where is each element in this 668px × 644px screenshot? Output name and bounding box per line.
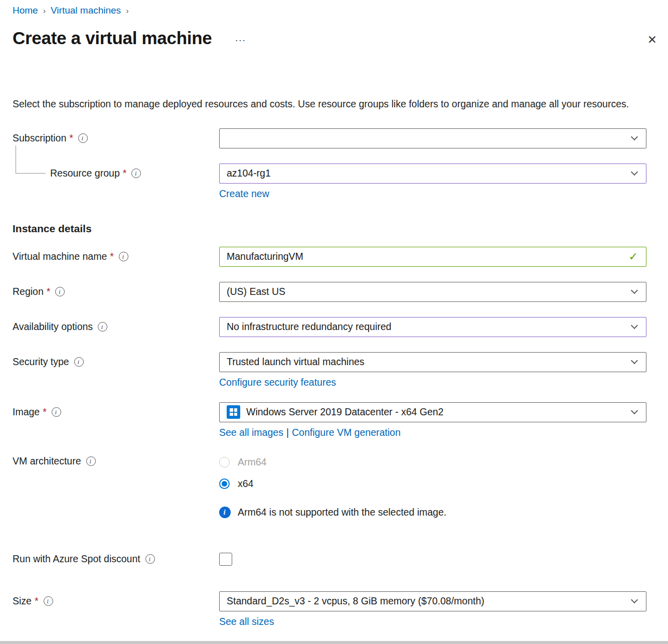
radio-option-arm64[interactable]: Arm64 (219, 456, 646, 468)
resource-group-value: az104-rg1 (227, 168, 271, 179)
availability-options-dropdown[interactable]: No infrastructure redundancy required (219, 317, 646, 337)
tree-connector (16, 145, 46, 174)
chevron-down-icon (631, 133, 638, 140)
info-icon[interactable]: i (98, 322, 107, 332)
radio-label: Arm64 (238, 456, 266, 468)
required-marker: * (123, 168, 127, 179)
security-type-row: Security type i Trusted launch virtual m… (0, 352, 668, 388)
info-icon[interactable]: i (55, 287, 65, 296)
resource-group-dropdown[interactable]: az104-rg1 (219, 164, 646, 184)
info-icon[interactable]: i (52, 407, 61, 417)
required-marker: * (69, 132, 73, 144)
resource-group-label-text: Resource group (50, 168, 120, 179)
azure-spot-row: Run with Azure Spot discount i (0, 549, 668, 569)
required-marker: * (35, 595, 39, 607)
security-type-label: Security type i (0, 352, 219, 372)
chevron-down-icon (631, 322, 638, 329)
region-label: Region* i (0, 282, 219, 302)
radio-icon (219, 457, 230, 467)
resource-group-row: Resource group* i az104-rg1 Create new (0, 164, 668, 200)
region-label-text: Region (13, 286, 44, 297)
azure-spot-checkbox[interactable] (219, 553, 232, 566)
vm-name-label: Virtual machine name* i (0, 247, 219, 267)
see-all-sizes-link[interactable]: See all sizes (219, 616, 274, 627)
subscription-dropdown[interactable] (219, 128, 646, 148)
image-label-text: Image (13, 406, 40, 418)
security-type-dropdown[interactable]: Trusted launch virtual machines (219, 352, 646, 372)
chevron-down-icon (631, 169, 638, 176)
breadcrumb: Home › Virtual machines › (0, 0, 668, 16)
required-marker: * (43, 406, 47, 418)
size-value: Standard_D2s_v3 - 2 vcpus, 8 GiB memory … (227, 595, 484, 607)
intro-text: Select the subscription to manage deploy… (13, 96, 653, 112)
vm-name-input[interactable]: ManufacturingVM ✓ (219, 247, 646, 267)
size-row: Size* i Standard_D2s_v3 - 2 vcpus, 8 GiB… (0, 591, 668, 627)
image-row: Image* i Windows Server 2019 Datacenter … (0, 402, 668, 438)
image-value: Windows Server 2019 Datacenter - x64 Gen… (246, 406, 443, 418)
configure-vm-generation-link[interactable]: Configure VM generation (292, 427, 401, 438)
vm-name-value: ManufacturingVM (227, 251, 303, 262)
radio-label: x64 (238, 478, 253, 490)
security-type-label-text: Security type (13, 356, 69, 368)
availability-options-value: No infrastructure redundancy required (227, 321, 391, 333)
create-new-link[interactable]: Create new (219, 188, 269, 199)
info-icon[interactable]: i (44, 596, 53, 606)
size-label-text: Size (13, 595, 32, 607)
info-icon[interactable]: i (131, 169, 141, 178)
required-marker: * (47, 286, 51, 297)
security-type-value: Trusted launch virtual machines (227, 356, 365, 368)
chevron-down-icon (631, 287, 638, 294)
info-icon[interactable]: i (78, 133, 88, 143)
configure-security-features-link[interactable]: Configure security features (219, 377, 336, 388)
image-dropdown[interactable]: Windows Server 2019 Datacenter - x64 Gen… (219, 402, 646, 422)
availability-options-row: Availability options i No infrastructure… (0, 317, 668, 337)
subscription-row: Subscription* i (0, 128, 668, 148)
info-icon[interactable]: i (145, 554, 155, 564)
chevron-right-icon: › (43, 6, 46, 16)
vm-name-row: Virtual machine name* i ManufacturingVM … (0, 247, 668, 267)
chevron-down-icon (631, 357, 638, 364)
vm-architecture-label: VM architecture i (0, 452, 219, 470)
more-options-icon[interactable]: ··· (235, 31, 246, 46)
valid-check-icon: ✓ (629, 250, 638, 263)
region-row: Region* i (US) East US (0, 282, 668, 302)
vm-name-label-text: Virtual machine name (13, 251, 107, 262)
info-icon[interactable]: i (86, 456, 96, 466)
close-button[interactable]: ✕ (647, 33, 657, 47)
info-filled-icon: i (219, 507, 231, 518)
vm-architecture-label-text: VM architecture (13, 455, 81, 467)
see-all-images-link[interactable]: See all images (219, 427, 283, 438)
azure-spot-label: Run with Azure Spot discount i (0, 549, 219, 569)
azure-spot-label-text: Run with Azure Spot discount (13, 553, 140, 565)
availability-options-label-text: Availability options (13, 321, 93, 333)
instance-details-heading: Instance details (13, 223, 668, 235)
region-dropdown[interactable]: (US) East US (219, 282, 646, 302)
radio-selected-icon (219, 478, 230, 489)
size-label: Size* i (0, 591, 219, 611)
page-header: Create a virtual machine ··· (13, 28, 668, 48)
required-marker: * (110, 251, 114, 262)
vm-architecture-row: VM architecture i Arm64 x64 i Arm64 is n… (0, 452, 668, 518)
chevron-right-icon: › (126, 6, 128, 16)
breadcrumb-virtual-machines-link[interactable]: Virtual machines (51, 5, 121, 16)
subscription-label-text: Subscription (13, 132, 66, 144)
info-icon[interactable]: i (74, 357, 84, 367)
availability-options-label: Availability options i (0, 317, 219, 337)
image-label: Image* i (0, 402, 219, 422)
windows-logo-icon (227, 405, 240, 419)
arch-info-message: i Arm64 is not supported with the select… (219, 507, 646, 518)
size-dropdown[interactable]: Standard_D2s_v3 - 2 vcpus, 8 GiB memory … (219, 591, 646, 611)
page-title: Create a virtual machine (13, 28, 212, 48)
arch-info-text: Arm64 is not supported with the selected… (238, 507, 446, 518)
create-vm-form: Subscription* i Resource group* i az104-… (0, 128, 668, 627)
chevron-down-icon (631, 407, 638, 414)
resource-group-label: Resource group* i (0, 164, 219, 184)
chevron-down-icon (631, 596, 638, 603)
vm-architecture-radio-group: Arm64 x64 (219, 452, 646, 490)
breadcrumb-home-link[interactable]: Home (13, 5, 38, 16)
radio-option-x64[interactable]: x64 (219, 478, 646, 490)
link-separator: | (286, 427, 289, 438)
bottom-divider (0, 641, 668, 644)
info-icon[interactable]: i (119, 252, 128, 261)
region-value: (US) East US (227, 286, 285, 297)
